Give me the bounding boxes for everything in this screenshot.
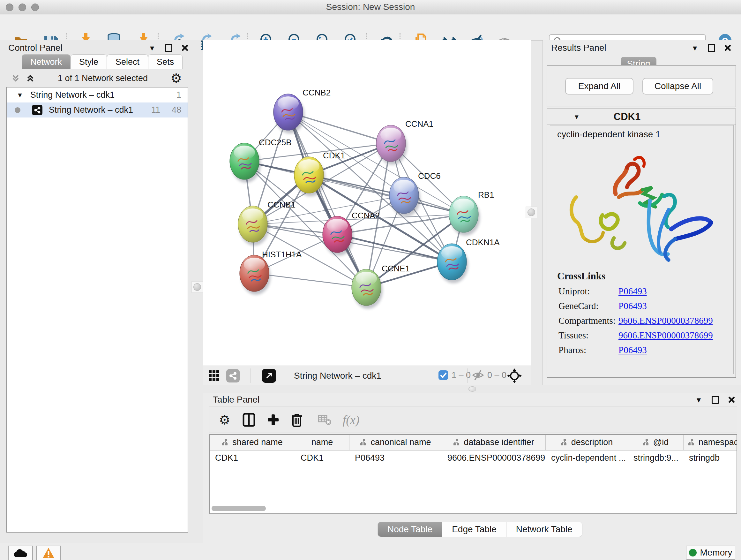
crosslink-link[interactable]: P06493 [618,345,647,355]
trash-icon [291,413,302,427]
cell-shared-name[interactable]: CDK1 [210,450,295,465]
create-column-button[interactable] [265,412,281,428]
table-panel-close-icon[interactable] [728,396,735,403]
column-type-icon [643,439,650,446]
cell-description[interactable]: cyclin-dependent ... [546,450,628,465]
graph-node-cdk1[interactable]: CDK1 [294,151,345,196]
gene-header[interactable]: ▼ CDK1 [547,109,736,125]
column-type-icon [453,439,461,446]
control-panel-float-icon[interactable] [165,44,172,52]
cloud-button[interactable] [8,546,33,560]
crosslink-link[interactable]: 9606.ENSP00000378699 [618,330,713,341]
table-row[interactable]: CDK1 CDK1 P06493 9606.ENSP00000378699 cy… [210,450,737,465]
column-header-database-identifier[interactable]: database identifier [442,435,546,450]
hidden-count: 0 – 0 [487,370,507,380]
column-type-icon [222,439,229,446]
crosslink-link[interactable]: 9606.ENSP00000378699 [618,315,713,326]
tab-node-table[interactable]: Node Table [378,522,442,537]
table-horizontal-scrollbar[interactable] [212,506,266,511]
crosslink-link[interactable]: P06493 [618,286,647,297]
network-graph[interactable]: CCNB2CCNA1CDC25BCDK1CDC6RB1CCNB1CCNA2CDK… [203,40,531,366]
gene-collapse-caret-icon[interactable]: ▼ [574,113,580,121]
column-header-id[interactable]: @id [628,435,684,450]
tab-select[interactable]: Select [107,54,148,69]
network-options-gear-icon[interactable]: ⚙ [171,72,182,84]
window-minimize-button[interactable] [18,3,26,11]
window-zoom-button[interactable] [31,3,39,11]
network-current-dot-icon [15,107,20,113]
control-panel-close-icon[interactable] [181,44,188,51]
hidden-count-group: 0 – 0 [472,370,507,380]
expand-all-button[interactable]: Expand All [565,78,633,95]
graph-node-cdc6[interactable]: CDC6 [389,171,441,217]
collapse-all-button[interactable]: Collapse All [643,78,713,95]
fit-selected-crosshair-icon[interactable] [507,368,522,383]
columns-icon [243,413,255,427]
cell-database-identifier[interactable]: 9606.ENSP00000378699 [442,450,546,465]
warnings-button[interactable] [36,546,61,560]
network-edge-count: 48 [172,105,181,115]
graph-node-ccnb2[interactable]: CCNB2 [273,88,331,133]
right-splitter-handle[interactable] [526,206,537,218]
column-header-name[interactable]: name [295,435,349,450]
selection-checkbox-icon[interactable] [438,370,448,380]
selection-count: 1 – 0 [452,370,471,380]
memory-button[interactable]: Memory [686,546,735,560]
graph-node-cdc25b[interactable]: CDC25B [230,138,292,183]
collapse-all-icon[interactable] [11,73,20,83]
graph-node-hist1h1a[interactable]: HIST1H1A [240,250,302,295]
delete-table-button-disabled[interactable] [317,412,333,428]
network-selected-status: 1 of 1 Network selected [35,73,171,83]
delete-column-button[interactable] [288,412,305,428]
graph-node-ccna1[interactable]: CCNA1 [376,119,433,165]
network-canvas[interactable]: CCNB2CCNA1CDC25BCDK1CDC6RB1CCNB1CCNA2CDK… [203,40,531,366]
column-header-shared-name[interactable]: shared name [210,435,295,450]
grid-view-icon[interactable] [208,370,220,381]
title-bar: Session: New Session [0,0,741,14]
tab-style[interactable]: Style [71,54,107,69]
detach-view-icon[interactable] [262,369,276,383]
column-header-description[interactable]: description [546,435,628,450]
left-splitter-handle[interactable] [192,281,203,293]
results-panel-close-icon[interactable] [724,44,731,51]
table-options-button[interactable]: ⚙ [216,412,233,428]
horizontal-splitter[interactable] [203,385,741,393]
tab-network[interactable]: Network [22,54,71,69]
table-panel-menu-caret-icon[interactable]: ▾ [697,395,701,405]
tab-sets[interactable]: Sets [148,54,183,69]
cell-id[interactable]: stringdb:9... [628,450,684,465]
collection-caret-icon[interactable]: ▼ [17,91,23,99]
node-label-ccna2: CCNA2 [352,211,380,220]
network-birdseye-icon[interactable] [226,369,240,382]
show-columns-button[interactable] [241,412,257,428]
graph-node-rb1[interactable]: RB1 [449,190,494,236]
crosslink-row: Pharos: P06493 [550,343,733,357]
crosslink-link[interactable]: P06493 [618,301,647,311]
crosslink-label: Pharos: [550,345,618,355]
cell-namespace[interactable]: stringdb [684,450,737,465]
cell-name[interactable]: CDK1 [295,450,349,465]
results-panel: Results Panel ▾ String Expand All Collap… [542,40,741,385]
node-label-ccnb1: CCNB1 [267,200,295,209]
window-close-button[interactable] [6,3,13,11]
node-label-cdc6: CDC6 [418,171,441,181]
function-builder-button-disabled[interactable]: f(x) [338,412,364,428]
expand-all-icon[interactable] [25,73,35,83]
network-collection-row[interactable]: ▼ String Network – cdk1 1 [7,87,188,103]
results-panel-menu-caret-icon[interactable]: ▾ [693,43,697,53]
horizontal-splitter-handle[interactable] [468,386,476,392]
cell-canonical-name[interactable]: P06493 [349,450,442,465]
column-header-canonical-name[interactable]: canonical name [349,435,442,450]
column-header-namespace[interactable]: namespace [684,435,737,450]
status-separator [467,368,468,383]
collection-count: 1 [177,90,181,100]
crosslinks-list: Uniprot: P06493 GeneCard: P06493 Compart… [550,284,733,357]
tab-network-table[interactable]: Network Table [507,522,582,537]
network-row[interactable]: String Network – cdk1 11 48 [7,103,188,118]
graph-node-cdkn1a[interactable]: CDKN1A [437,238,500,283]
graph-node-ccne1[interactable]: CCNE1 [352,264,410,309]
results-panel-float-icon[interactable] [708,44,715,52]
control-panel-menu-caret-icon[interactable]: ▾ [150,43,154,53]
tab-edge-table[interactable]: Edge Table [442,522,507,537]
table-panel-float-icon[interactable] [712,396,719,404]
